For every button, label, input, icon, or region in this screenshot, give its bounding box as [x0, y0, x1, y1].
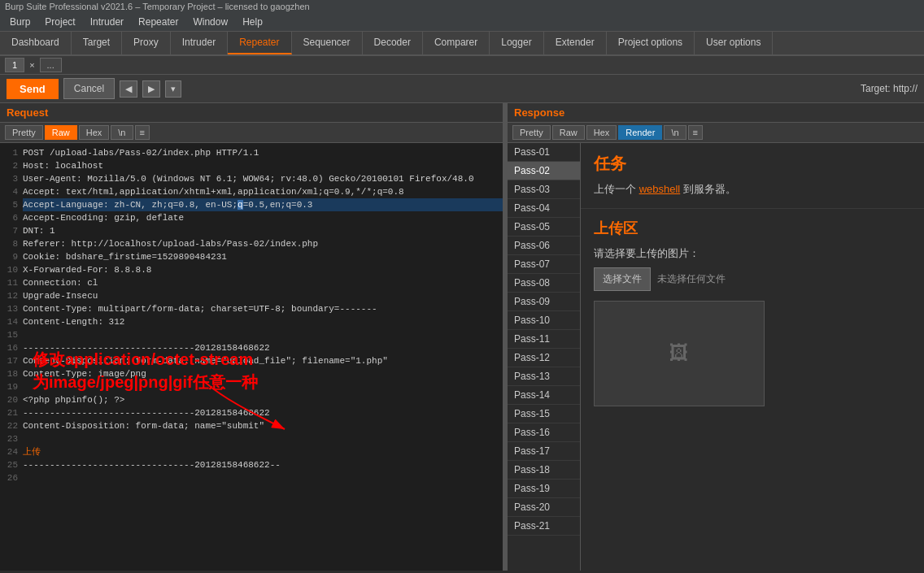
pass-item-02[interactable]: Pass-02 [508, 162, 580, 180]
pass-item-07[interactable]: Pass-07 [508, 255, 580, 274]
menu-intruder[interactable]: Intruder [84, 15, 130, 29]
code-line-9: 9 Cookie: bdshare_firstime=1529890484231 [0, 250, 503, 263]
pass-item-11[interactable]: Pass-11 [508, 330, 580, 349]
nav-tabs: Dashboard Target Proxy Intruder Repeater… [0, 32, 924, 56]
code-line-6: 6 Accept-Encoding: gzip, deflate [0, 211, 503, 224]
tab-decoder[interactable]: Decoder [363, 32, 423, 54]
pass-item-08[interactable]: Pass-08 [508, 274, 580, 293]
repeater-tab-new[interactable]: ... [40, 58, 62, 72]
request-format-tabs: Pretty Raw Hex \n ≡ [0, 123, 503, 143]
menu-burp[interactable]: Burp [3, 15, 37, 29]
resp-pretty-tab[interactable]: Pretty [512, 125, 551, 140]
code-line-2: 2 Host: localhost [0, 159, 503, 172]
pass-item-17[interactable]: Pass-17 [508, 442, 580, 461]
code-line-12: 12 Upgrade-Insecu [0, 289, 503, 302]
code-line-4: 4 Accept: text/html,application/xhtml+xm… [0, 185, 503, 198]
code-line-26: 26 [0, 471, 503, 484]
code-line-23: 23 [0, 432, 503, 445]
tab-project-options[interactable]: Project options [607, 32, 695, 54]
code-line-17: 17 Content-Disposition: form-data; name=… [0, 354, 503, 367]
pass-item-06[interactable]: Pass-06 [508, 237, 580, 255]
code-line-11: 11 Connection: cl [0, 276, 503, 289]
task-section: 任务 上传一个 webshell 到服务器。 [581, 143, 924, 209]
resp-hex-tab[interactable]: Hex [586, 125, 617, 140]
pass-item-20[interactable]: Pass-20 [508, 498, 580, 517]
upload-section: 上传区 请选择要上传的图片： 选择文件 未选择任何文件 🖼 [581, 209, 924, 416]
menu-bar: Burp Project Intruder Repeater Window He… [0, 13, 924, 32]
resp-render-tab[interactable]: Render [618, 125, 662, 140]
code-line-3: 3 User-Agent: Mozilla/5.0 (Windows NT 6.… [0, 172, 503, 185]
req-pretty-tab[interactable]: Pretty [5, 125, 43, 140]
pass-item-13[interactable]: Pass-13 [508, 367, 580, 386]
resp-menu-btn[interactable]: ≡ [688, 125, 703, 140]
code-line-16: 16 --------------------------------20128… [0, 341, 503, 354]
request-header: Request [0, 103, 503, 123]
right-content: 任务 上传一个 webshell 到服务器。 上传区 请选择要上传的图片： 选择… [581, 143, 924, 571]
pass-list: Pass-01 Pass-02 Pass-03 Pass-04 Pass-05 … [508, 143, 581, 571]
resp-raw-tab[interactable]: Raw [552, 125, 585, 140]
response-split: Pass-01 Pass-02 Pass-03 Pass-04 Pass-05 … [508, 143, 924, 571]
broken-image-icon: 🖼 [669, 341, 689, 365]
nav-back-button[interactable]: ◀ [120, 80, 137, 98]
no-file-label: 未选择任何文件 [657, 272, 726, 286]
code-line-25: 25 --------------------------------20128… [0, 458, 503, 471]
code-line-21: 21 --------------------------------20128… [0, 406, 503, 419]
response-format-tabs: Pretty Raw Hex Render \n ≡ [508, 123, 924, 143]
request-panel: Request Pretty Raw Hex \n ≡ 1 POST /uplo… [0, 103, 504, 571]
close-tab-icon[interactable]: × [29, 60, 34, 70]
menu-help[interactable]: Help [236, 15, 269, 29]
image-placeholder: 🖼 [594, 301, 765, 406]
tab-proxy[interactable]: Proxy [122, 32, 171, 54]
req-hex-tab[interactable]: Hex [79, 125, 110, 140]
send-button[interactable]: Send [7, 79, 59, 99]
pass-item-10[interactable]: Pass-10 [508, 311, 580, 330]
request-code-area[interactable]: 1 POST /upload-labs/Pass-02/index.php HT… [0, 143, 503, 571]
code-line-18: 18 Content-Type: image/png [0, 367, 503, 380]
pass-item-21[interactable]: Pass-21 [508, 517, 580, 536]
task-desc: 上传一个 webshell 到服务器。 [594, 181, 911, 198]
code-line-10: 10 X-Forwarded-For: 8.8.8.8 [0, 263, 503, 276]
choose-file-button[interactable]: 选择文件 [594, 267, 651, 291]
cancel-button[interactable]: Cancel [63, 78, 115, 99]
upload-label: 请选择要上传的图片： [594, 246, 911, 261]
webshell-link[interactable]: webshell [639, 183, 681, 195]
tab-logger[interactable]: Logger [490, 32, 543, 54]
tab-extender[interactable]: Extender [544, 32, 607, 54]
tab-sequencer[interactable]: Sequencer [292, 32, 363, 54]
pass-item-15[interactable]: Pass-15 [508, 405, 580, 423]
menu-repeater[interactable]: Repeater [132, 15, 185, 29]
menu-window[interactable]: Window [186, 15, 234, 29]
pass-item-12[interactable]: Pass-12 [508, 349, 580, 367]
tab-dashboard[interactable]: Dashboard [0, 32, 72, 54]
response-panel: Response Pretty Raw Hex Render \n ≡ Pass… [508, 103, 924, 571]
response-header: Response [508, 103, 924, 123]
tab-user-options[interactable]: User options [695, 32, 773, 54]
pass-item-16[interactable]: Pass-16 [508, 423, 580, 442]
pass-item-19[interactable]: Pass-19 [508, 480, 580, 498]
resp-newline-tab[interactable]: \n [664, 125, 686, 140]
menu-project[interactable]: Project [38, 15, 81, 29]
tab-repeater[interactable]: Repeater [228, 32, 291, 54]
code-line-19: 19 [0, 380, 503, 393]
pass-item-04[interactable]: Pass-04 [508, 199, 580, 218]
pass-item-01[interactable]: Pass-01 [508, 143, 580, 162]
code-line-8: 8 Referer: http://localhost/upload-labs/… [0, 237, 503, 250]
code-line-15: 15 [0, 328, 503, 341]
pass-item-18[interactable]: Pass-18 [508, 461, 580, 480]
repeater-tab-1[interactable]: 1 [5, 58, 24, 72]
nav-forward-button[interactable]: ▶ [142, 80, 160, 98]
code-line-24: 24 上传 [0, 445, 503, 458]
req-newline-tab[interactable]: \n [111, 125, 133, 140]
tab-intruder[interactable]: Intruder [171, 32, 228, 54]
nav-dropdown-button[interactable]: ▾ [165, 80, 181, 98]
code-line-13: 13 Content-Type: multipart/form-data; ch… [0, 302, 503, 315]
tab-target[interactable]: Target [72, 32, 122, 54]
req-raw-tab[interactable]: Raw [45, 125, 77, 140]
tab-comparer[interactable]: Comparer [423, 32, 490, 54]
pass-item-05[interactable]: Pass-05 [508, 218, 580, 237]
code-line-1: 1 POST /upload-labs/Pass-02/index.php HT… [0, 146, 503, 159]
pass-item-03[interactable]: Pass-03 [508, 180, 580, 199]
pass-item-09[interactable]: Pass-09 [508, 293, 580, 311]
req-menu-btn[interactable]: ≡ [135, 125, 150, 140]
pass-item-14[interactable]: Pass-14 [508, 386, 580, 405]
